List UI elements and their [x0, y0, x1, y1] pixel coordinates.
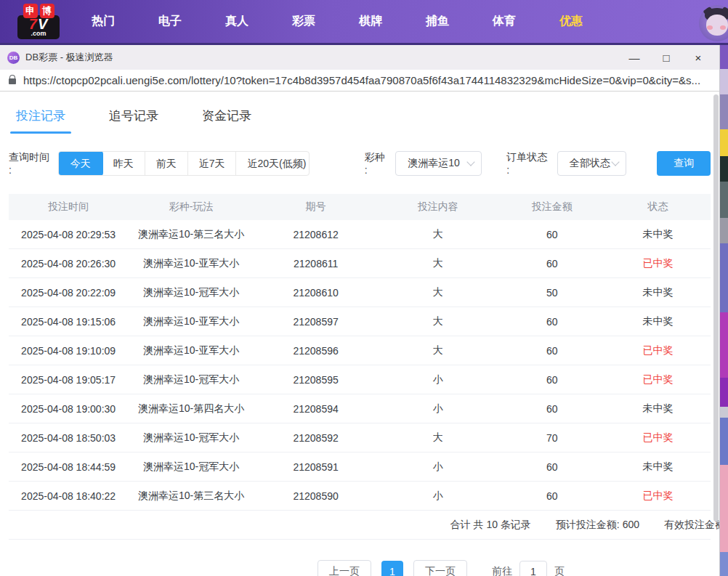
time-option-5[interactable]: 近20天(低频): [235, 152, 309, 175]
pagination: 上一页 1 下一页 前往 页: [90, 560, 720, 576]
close-icon[interactable]: ×: [687, 48, 709, 67]
time-option-4[interactable]: 近7天: [187, 152, 236, 175]
minimize-icon[interactable]: —: [623, 48, 645, 67]
goto-page-input[interactable]: [519, 561, 547, 576]
column-header-1: 投注时间: [9, 200, 128, 214]
time-option-3[interactable]: 前天: [145, 152, 187, 175]
search-button[interactable]: 查询: [657, 151, 710, 176]
next-page-button[interactable]: 下一页: [413, 560, 467, 576]
nav-item-3[interactable]: 真人: [214, 14, 259, 29]
window-title: DB彩票 - 极速浏览器: [25, 51, 113, 64]
time-option-2[interactable]: 昨天: [102, 152, 145, 175]
site-nav-items: 热门电子真人彩票棋牌捕鱼体育优惠: [70, 14, 604, 29]
table-row: 2025-04-08 19:05:17澳洲幸运10-冠军大小21208595小6…: [9, 365, 711, 394]
vertical-scrollbar[interactable]: [713, 94, 719, 522]
address-bar[interactable]: https://ctopcp02pcali.uengi5e.com/lotter…: [0, 70, 719, 92]
cell-bet-content: 大: [377, 344, 498, 357]
cell-bet-time: 2025-04-08 19:05:17: [9, 374, 128, 386]
cell-bet-amount: 60: [498, 461, 605, 473]
nav-item-7[interactable]: 体育: [482, 14, 527, 29]
goto-label: 前往: [492, 565, 512, 576]
column-header-5: 投注金额: [498, 200, 605, 214]
time-option-1[interactable]: 今天: [58, 151, 103, 176]
column-header-3: 期号: [254, 200, 377, 214]
cell-game-play: 澳洲幸运10-亚军大小: [128, 344, 254, 357]
cell-issue-number: 21208596: [254, 345, 377, 357]
nav-item-6[interactable]: 捕鱼: [415, 14, 460, 29]
nav-item-5[interactable]: 棋牌: [348, 14, 393, 29]
goto-page-suffix: 页: [554, 565, 565, 576]
nav-item-1[interactable]: 热门: [81, 14, 126, 29]
cell-issue-number: 21208590: [254, 490, 377, 502]
cell-status: 已中奖: [605, 257, 711, 270]
nav-item-4[interactable]: 彩票: [281, 14, 326, 29]
summary-estimated-amount: 预计投注金额: 600: [556, 519, 639, 532]
column-header-4: 投注内容: [377, 200, 498, 214]
table-row: 2025-04-08 18:40:22澳洲幸运10-第三名大小21208590小…: [9, 482, 711, 511]
table-summary-row: 合计 共 10 条记录 预计投注金额: 600 有效投注金额: [9, 511, 711, 540]
table-row: 2025-04-08 20:26:30澳洲幸运10-亚军大小21208611大6…: [9, 249, 711, 278]
chevron-down-icon: [612, 158, 620, 166]
cell-issue-number: 21208594: [254, 403, 377, 415]
table-header-row: 投注时间彩种-玩法期号投注内容投注金额状态: [9, 194, 711, 220]
cell-game-play: 澳洲幸运10-亚军大小: [128, 315, 254, 328]
cell-status: 未中奖: [605, 461, 711, 474]
cell-bet-time: 2025-04-08 20:22:09: [9, 287, 128, 299]
nav-item-2[interactable]: 电子: [147, 14, 193, 29]
logo-badge-shen: 申: [23, 4, 38, 18]
cell-bet-amount: 70: [498, 432, 605, 444]
cell-game-play: 澳洲幸运10-冠军大小: [128, 373, 254, 386]
filter-row: 查询时间 : 今天昨天前天近7天近20天(低频) 彩种 : 澳洲幸运10 订单状…: [9, 151, 711, 176]
time-filter-label: 查询时间 :: [9, 151, 54, 176]
cell-game-play: 澳洲幸运10-冠军大小: [128, 461, 254, 474]
site-logo[interactable]: 申 博 7V .com: [17, 4, 60, 39]
cell-bet-time: 2025-04-08 18:44:59: [9, 461, 128, 473]
site-favicon-icon: DB: [7, 52, 20, 64]
tab-3[interactable]: 资金记录: [195, 103, 259, 135]
table-row: 2025-04-08 20:22:09澳洲幸运10-冠军大小21208610大5…: [9, 278, 711, 307]
cell-game-play: 澳洲幸运10-第四名大小: [128, 402, 254, 415]
cell-bet-time: 2025-04-08 20:26:30: [9, 258, 128, 269]
table-row: 2025-04-08 20:29:53澳洲幸运10-第三名大小21208612大…: [9, 220, 711, 249]
cell-bet-content: 大: [377, 315, 498, 328]
browser-window: DB DB彩票 - 极速浏览器 — □ × https://ctopcp02pc…: [0, 45, 720, 576]
cell-status: 已中奖: [605, 344, 711, 357]
avatar-blush: [707, 25, 713, 30]
cell-game-play: 澳洲幸运10-第三名大小: [128, 228, 254, 241]
maximize-icon[interactable]: □: [655, 48, 677, 67]
lottery-select-value: 澳洲幸运10: [408, 157, 468, 170]
nav-item-8[interactable]: 优惠: [549, 14, 594, 29]
logo-badges: 申 博: [23, 4, 54, 18]
tab-1[interactable]: 投注记录: [9, 103, 73, 135]
cell-bet-time: 2025-04-08 20:29:53: [9, 229, 128, 240]
cell-issue-number: 21208611: [254, 258, 377, 269]
avatar-hair-bun: [722, 7, 728, 15]
page-content: 投注记录追号记录资金记录 查询时间 : 今天昨天前天近7天近20天(低频) 彩种…: [0, 103, 719, 576]
window-title-bar: DB DB彩票 - 极速浏览器 — □ ×: [0, 45, 719, 70]
logo-badge-bo: 博: [40, 4, 54, 18]
avatar-hair-bun: [703, 7, 712, 15]
cell-bet-time: 2025-04-08 19:15:06: [9, 316, 128, 328]
cell-bet-content: 小: [377, 373, 498, 386]
cell-issue-number: 21208592: [254, 432, 377, 444]
table-row: 2025-04-08 19:10:09澳洲幸运10-亚军大小21208596大6…: [9, 336, 711, 365]
scrollbar-thumb[interactable]: [713, 94, 719, 522]
table-row: 2025-04-08 19:15:06澳洲幸运10-亚军大小21208597大6…: [9, 307, 711, 336]
cell-bet-amount: 60: [498, 403, 605, 415]
prev-page-button[interactable]: 上一页: [318, 560, 371, 576]
column-header-6: 状态: [605, 200, 711, 214]
user-avatar[interactable]: [699, 5, 728, 41]
goto-page-group: 前往 页: [492, 561, 565, 576]
tab-2[interactable]: 追号记录: [102, 103, 166, 135]
cell-bet-amount: 60: [498, 229, 605, 240]
table-body: 2025-04-08 20:29:53澳洲幸运10-第三名大小21208612大…: [9, 220, 711, 511]
cell-bet-time: 2025-04-08 19:10:09: [9, 345, 128, 357]
cell-bet-time: 2025-04-08 19:00:30: [9, 403, 128, 415]
order-status-value: 全部状态: [570, 157, 613, 170]
cell-bet-time: 2025-04-08 18:40:22: [9, 490, 128, 502]
order-status-select[interactable]: 全部状态: [557, 151, 627, 176]
page-number-1[interactable]: 1: [381, 561, 403, 576]
cell-bet-amount: 60: [498, 490, 605, 502]
cell-bet-content: 大: [377, 257, 498, 270]
lottery-select[interactable]: 澳洲幸运10: [395, 151, 482, 176]
